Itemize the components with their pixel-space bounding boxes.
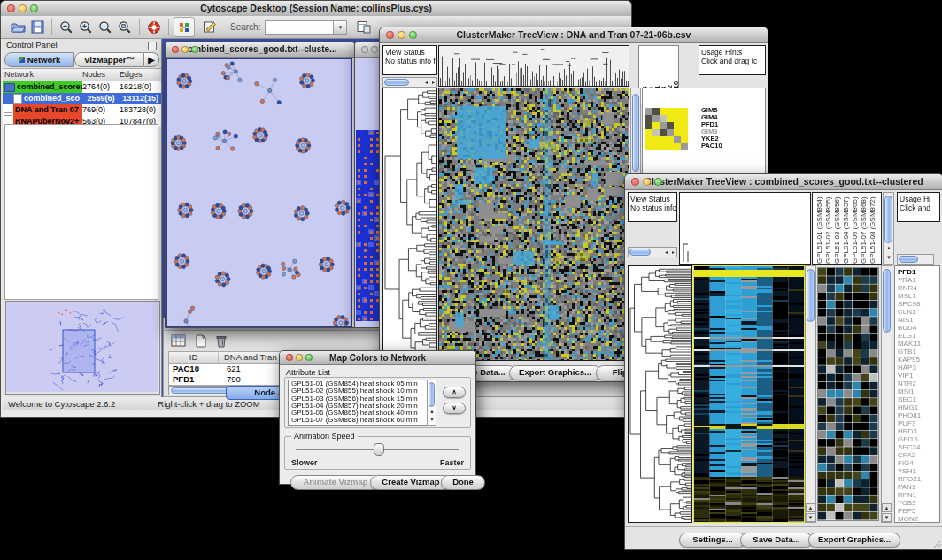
gene-label[interactable]: KAP95 (898, 356, 939, 364)
gene-label[interactable]: RNR4 (898, 284, 939, 292)
minimize-button[interactable] (398, 31, 405, 39)
gene-label[interactable]: MON2 (898, 515, 939, 523)
scroll-up-button[interactable]: ▲ (882, 503, 892, 512)
tv2-settings-button[interactable]: Settings... (679, 533, 746, 548)
zoom-in-icon[interactable] (76, 18, 96, 36)
gene-label[interactable]: PAN1 (898, 483, 939, 491)
move-attribute-down-button[interactable]: ∨ (443, 403, 466, 414)
gene-label[interactable]: TCB3 (898, 499, 939, 507)
minimize-button[interactable] (181, 46, 189, 53)
close-button[interactable] (361, 46, 368, 53)
minimize-button[interactable] (296, 354, 303, 361)
tv2-export-graphics-button[interactable]: Export Graphics... (808, 533, 900, 548)
tv1-row-dendrogram[interactable] (383, 88, 436, 360)
zoom-button[interactable] (305, 354, 313, 361)
attribute-list-item[interactable]: GPL51-07 (GSM868) heat shock 60 min (291, 417, 429, 424)
background-network-canvas[interactable] (356, 130, 380, 321)
scroll-down-icon[interactable]: ▼ (429, 415, 435, 425)
scrollbar-thumb[interactable] (883, 269, 891, 333)
scroll-down-button[interactable]: ▼ (882, 513, 892, 522)
dialog-titlebar[interactable]: Map Colors to Network (280, 351, 475, 365)
tv1-heatmap-pane[interactable] (438, 88, 629, 361)
zoom-button[interactable] (30, 4, 38, 12)
attribute-list[interactable]: GPL51-01 (GSM854) heat shock 05 minGPL51… (288, 380, 430, 426)
gene-label[interactable]: SPC98 (898, 300, 939, 308)
animate-vizmap-button[interactable]: Animate Vizmap (290, 475, 381, 490)
zoom-button[interactable] (654, 178, 662, 186)
tv1-column-dendrogram[interactable] (439, 46, 629, 86)
gene-label[interactable]: PHO81 (898, 411, 939, 419)
open-session-icon[interactable] (8, 18, 27, 36)
column-label[interactable]: GPL51-07 (GSM868) (860, 194, 869, 264)
treeview1-titlebar[interactable]: ClusterMaker TreeView : DNA and Tran 07-… (380, 27, 768, 43)
search-dropdown-icon[interactable]: ▼ (333, 20, 347, 35)
column-label[interactable]: GPL51-01 (GSM854) (815, 194, 824, 264)
tv1-heatmap-canvas[interactable] (439, 88, 629, 360)
gene-label[interactable]: NTR2 (898, 380, 939, 387)
minimize-button[interactable] (643, 178, 651, 186)
minimize-button[interactable] (19, 4, 27, 12)
float-panel-icon[interactable] (148, 42, 157, 50)
close-button[interactable] (7, 4, 15, 12)
close-button[interactable] (286, 354, 293, 361)
annotation-icon[interactable] (200, 18, 220, 36)
tv2-column-dendrogram-pane[interactable] (679, 192, 811, 265)
attribute-browser-icon[interactable] (354, 18, 374, 36)
column-label[interactable]: GPL51-06 (GSM865) (851, 194, 860, 264)
tv2-hints-hscrollbar[interactable] (897, 254, 934, 265)
gene-label[interactable]: RPO21 (898, 475, 939, 483)
gene-label[interactable]: GTB1 (898, 348, 939, 356)
help-icon[interactable] (144, 18, 164, 36)
tv2-zoom-vscrollbar[interactable]: ▲ ▼ (881, 265, 892, 523)
scroll-right-icon[interactable]: ▸ (432, 78, 435, 88)
gene-label[interactable]: PUF3 (898, 419, 939, 427)
tv1-row-dendrogram-pane[interactable] (382, 88, 437, 361)
zoom-selected-icon[interactable] (115, 18, 135, 36)
new-attribute-icon[interactable] (195, 334, 207, 352)
network-graph-canvas[interactable] (166, 58, 352, 327)
gene-label[interactable]: HAP3 (898, 364, 939, 372)
scroll-left-icon[interactable]: ◂ (665, 248, 668, 257)
network-row[interactable]: DNA and Tran 07 769(0) 183728(0) (3, 104, 161, 116)
gene-label[interactable]: SEC24 (898, 443, 939, 451)
tv1-export-graphics-button[interactable]: Export Graphics... (509, 365, 601, 380)
gene-label[interactable]: HRD3 (898, 427, 939, 435)
gene-label[interactable]: MSL1 (898, 292, 939, 300)
create-vizmap-button[interactable]: Create Vizmap (370, 475, 452, 490)
column-label[interactable]: GPL51-04 (GSM857) (842, 194, 851, 264)
speed-slider-thumb[interactable] (374, 443, 384, 456)
gene-label[interactable]: CLN1 (898, 308, 939, 316)
gene-label[interactable]: RPN1 (898, 491, 939, 499)
background-network-content[interactable] (355, 58, 382, 327)
network-view-titlebar[interactable]: combined_scores_good.txt--cluste... (166, 42, 354, 58)
column-label[interactable]: GPL51-08 (GSM872) (869, 194, 877, 264)
network-row-selected[interactable]: combined_sco 2569(6) 13112(15) (3, 93, 161, 104)
done-button[interactable]: Done (441, 475, 485, 490)
gene-label[interactable]: SEC1 (898, 395, 939, 403)
minimize-button[interactable] (371, 46, 378, 53)
tv2-save-data-button[interactable]: Save Data... (740, 533, 813, 548)
tv2-heatmap-pane[interactable] (693, 265, 805, 523)
tv2-row-dendrogram[interactable] (629, 266, 691, 522)
zoom-button[interactable] (191, 46, 198, 53)
scroll-right-icon[interactable]: ▸ (672, 248, 675, 257)
attribute-table-icon[interactable] (171, 334, 187, 352)
main-titlebar[interactable]: Cytoscape Desktop (Session Name: collins… (1, 1, 631, 17)
gene-label[interactable]: BUD4 (898, 324, 939, 332)
scrollbar-thumb[interactable] (899, 256, 918, 263)
network-overview-panel[interactable] (5, 301, 160, 395)
scroll-down-icon[interactable]: ▼ (886, 253, 892, 263)
tv2-zoom-heatmap-canvas[interactable] (818, 268, 878, 520)
tv2-zoom-pane[interactable] (817, 267, 879, 521)
gene-label[interactable]: GPI16 (898, 435, 939, 443)
tv2-row-dendrogram-pane[interactable] (628, 265, 692, 523)
tab-vizmapper[interactable]: VizMapper™ (74, 52, 144, 67)
close-button[interactable] (631, 178, 639, 186)
scrollbar-thumb[interactable] (429, 382, 435, 407)
save-session-icon[interactable] (27, 18, 47, 36)
delete-attribute-icon[interactable] (215, 334, 228, 352)
gene-label[interactable]: CPA2 (898, 451, 939, 459)
tv2-heatmap-vscrollbar[interactable]: ▲ ▼ (805, 265, 816, 523)
search-combobox[interactable]: ▼ (265, 20, 347, 35)
treeview2-titlebar[interactable]: ClusterMaker TreeView : combined_scores_… (625, 174, 942, 190)
